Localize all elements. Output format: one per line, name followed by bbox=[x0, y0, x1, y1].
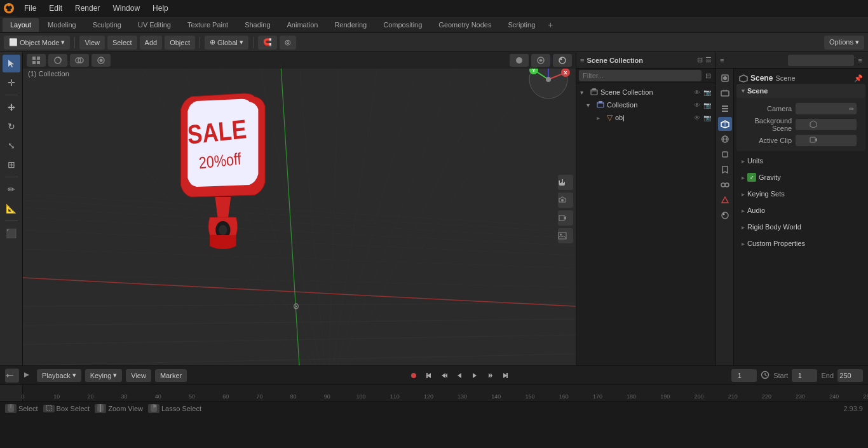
camera-edit-icon[interactable]: ✏ bbox=[849, 105, 854, 112]
render-icon-scene-collection[interactable]: 📷 bbox=[703, 88, 712, 97]
rotate-tool-btn[interactable]: ↻ bbox=[3, 118, 20, 135]
options-btn[interactable]: Options ▾ bbox=[824, 36, 864, 50]
measure-tool-btn[interactable]: 📐 bbox=[3, 200, 20, 217]
cursor-tool-btn[interactable]: ✛ bbox=[3, 74, 20, 92]
vp-image-tool[interactable] bbox=[558, 228, 573, 243]
jump-end-btn[interactable] bbox=[499, 369, 512, 382]
units-collapse-row[interactable]: ▸ Units bbox=[736, 154, 865, 168]
filter-icon[interactable]: ⊟ bbox=[697, 56, 703, 64]
background-scene-icon[interactable] bbox=[810, 120, 817, 129]
vp-hand-tool[interactable] bbox=[558, 175, 573, 190]
properties-filter-icon[interactable]: ≡ bbox=[857, 57, 864, 64]
keying-sets-collapse-row[interactable]: ▸ Keying Sets bbox=[736, 187, 865, 201]
eye-icon-scene-collection[interactable]: 👁 bbox=[693, 88, 702, 97]
scene-section-header[interactable]: ▾ Scene bbox=[736, 84, 865, 98]
tab-texture-paint[interactable]: Texture Paint bbox=[180, 18, 236, 32]
prop-view-layer-icon[interactable] bbox=[718, 102, 732, 116]
menu-render[interactable]: Render bbox=[69, 0, 106, 16]
vp-camera-tool[interactable] bbox=[558, 193, 573, 208]
tab-animation[interactable]: Animation bbox=[280, 18, 326, 32]
render-icon-obj[interactable]: 📷 bbox=[703, 113, 712, 122]
select-tool-btn[interactable] bbox=[3, 55, 20, 72]
prop-constraints-icon[interactable] bbox=[718, 178, 732, 192]
prop-material-icon[interactable] bbox=[718, 208, 732, 222]
properties-search-input[interactable] bbox=[788, 55, 854, 66]
menu-file[interactable]: File bbox=[18, 0, 43, 16]
vp-editor-type-btn[interactable] bbox=[27, 54, 46, 67]
move-tool-btn[interactable] bbox=[3, 98, 20, 116]
vp-overlay-btn[interactable] bbox=[70, 54, 89, 67]
marker-btn[interactable]: Marker bbox=[155, 369, 187, 382]
playback-btn[interactable]: Playback ▾ bbox=[37, 369, 81, 382]
object-menu[interactable]: Object bbox=[165, 36, 195, 50]
outliner-item-scene-collection[interactable]: ▾ Scene Collection 👁 📷 bbox=[576, 86, 715, 98]
tab-scripting[interactable]: Scripting bbox=[500, 18, 543, 32]
transform-tool-btn[interactable]: ⊞ bbox=[3, 156, 20, 173]
vp-shading-solid-btn[interactable] bbox=[510, 54, 529, 67]
play-backward-btn[interactable] bbox=[453, 369, 466, 382]
snap-btn[interactable]: 🧲 bbox=[258, 36, 277, 50]
end-frame-input[interactable] bbox=[837, 369, 863, 382]
record-btn[interactable] bbox=[407, 369, 420, 382]
vp-shading-material-btn[interactable] bbox=[531, 54, 550, 67]
tab-shading[interactable]: Shading bbox=[237, 18, 278, 32]
render-icon-collection[interactable]: 📷 bbox=[703, 100, 712, 109]
add-primitive-btn[interactable]: ⬛ bbox=[3, 224, 20, 242]
scene-pin-icon[interactable]: 📌 bbox=[854, 74, 863, 83]
vp-shading-rendered-btn[interactable] bbox=[553, 54, 572, 67]
transform-selector[interactable]: ⊕ Global ▾ bbox=[205, 36, 248, 50]
prop-render-icon[interactable] bbox=[718, 71, 732, 85]
eye-icon-collection[interactable]: 👁 bbox=[693, 100, 702, 109]
current-frame-input[interactable] bbox=[731, 369, 757, 382]
prop-output-icon[interactable] bbox=[718, 86, 732, 100]
outliner-search-input[interactable] bbox=[579, 70, 702, 81]
vp-view-shading-btn[interactable] bbox=[48, 54, 67, 67]
tab-sculpting[interactable]: Sculpting bbox=[85, 18, 129, 32]
prop-modifiers-icon[interactable] bbox=[718, 163, 732, 177]
tab-uv-editing[interactable]: UV Editing bbox=[130, 18, 179, 32]
custom-properties-collapse-row[interactable]: ▸ Custom Properties bbox=[736, 236, 865, 250]
prop-world-icon[interactable] bbox=[718, 132, 732, 146]
menu-edit[interactable]: Edit bbox=[43, 0, 69, 16]
jump-start-btn[interactable] bbox=[423, 369, 435, 382]
active-clip-icon[interactable] bbox=[810, 136, 817, 145]
prop-scene-icon[interactable] bbox=[718, 117, 732, 131]
outliner-item-collection[interactable]: ▾ Collection 👁 📷 bbox=[576, 98, 715, 111]
vp-xray-btn[interactable] bbox=[92, 54, 111, 67]
step-forward-btn[interactable] bbox=[484, 369, 496, 382]
tab-compositing[interactable]: Compositing bbox=[376, 18, 430, 32]
vp-movie-tool[interactable] bbox=[558, 210, 573, 226]
tab-modeling[interactable]: Modeling bbox=[40, 18, 84, 32]
rigid-body-world-collapse-row[interactable]: ▸ Rigid Body World bbox=[736, 220, 865, 234]
add-workspace-btn[interactable]: + bbox=[544, 18, 557, 31]
view-menu[interactable]: View bbox=[79, 36, 105, 50]
tab-layout[interactable]: Layout bbox=[3, 18, 39, 32]
proportional-edit-btn[interactable]: ◎ bbox=[280, 36, 296, 50]
prop-object-icon[interactable] bbox=[718, 147, 732, 161]
tab-geometry-nodes[interactable]: Geometry Nodes bbox=[431, 18, 499, 32]
gravity-checkbox[interactable]: ✓ bbox=[747, 173, 756, 182]
timeline-editor-type-btn[interactable] bbox=[5, 369, 19, 383]
ruler-content[interactable]: 0102030405060708090100110120130140150160… bbox=[23, 385, 868, 401]
menu-help[interactable]: Help bbox=[146, 0, 175, 16]
annotate-tool-btn[interactable]: ✏ bbox=[3, 180, 20, 198]
timeline-view-btn[interactable]: View bbox=[126, 369, 151, 382]
outliner-item-obj[interactable]: ▸ ▽ obj 👁 📷 bbox=[576, 111, 715, 124]
add-menu[interactable]: Add bbox=[140, 36, 163, 50]
tab-rendering[interactable]: Rendering bbox=[327, 18, 374, 32]
mode-selector[interactable]: ⬜ Object Mode ▾ bbox=[4, 36, 70, 50]
gravity-collapse-row[interactable]: ▸ ✓ Gravity bbox=[736, 170, 865, 184]
keying-btn[interactable]: Keying ▾ bbox=[85, 369, 123, 382]
step-back-btn[interactable] bbox=[438, 369, 451, 382]
audio-collapse-row[interactable]: ▸ Audio bbox=[736, 203, 865, 217]
select-menu[interactable]: Select bbox=[107, 36, 137, 50]
start-frame-input[interactable] bbox=[792, 369, 817, 382]
prop-data-icon[interactable] bbox=[718, 193, 732, 207]
filter-toggle-icon[interactable]: ⊟ bbox=[703, 70, 713, 81]
play-btn[interactable] bbox=[468, 369, 481, 382]
viewport[interactable]: SALE 20%off User Perspective (1) Collect… bbox=[23, 52, 576, 365]
scale-tool-btn[interactable]: ⤡ bbox=[3, 137, 20, 154]
eye-icon-obj[interactable]: 👁 bbox=[693, 113, 702, 122]
display-mode-icon[interactable]: ☰ bbox=[705, 56, 712, 64]
menu-window[interactable]: Window bbox=[106, 0, 146, 16]
